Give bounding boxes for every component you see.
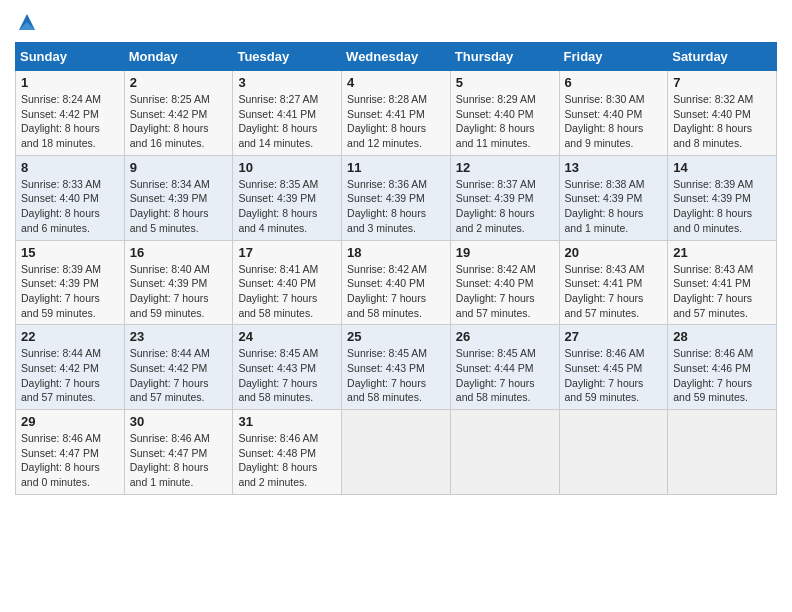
day-info: Sunrise: 8:39 AMSunset: 4:39 PMDaylight:… [21,262,119,321]
week-row-1: 8Sunrise: 8:33 AMSunset: 4:40 PMDaylight… [16,155,777,240]
day-info: Sunrise: 8:42 AMSunset: 4:40 PMDaylight:… [347,262,445,321]
day-cell: 15Sunrise: 8:39 AMSunset: 4:39 PMDayligh… [16,240,125,325]
day-number: 7 [673,75,771,90]
day-cell: 24Sunrise: 8:45 AMSunset: 4:43 PMDayligh… [233,325,342,410]
col-friday: Friday [559,43,668,71]
day-cell: 23Sunrise: 8:44 AMSunset: 4:42 PMDayligh… [124,325,233,410]
day-cell [450,410,559,495]
day-number: 12 [456,160,554,175]
day-number: 3 [238,75,336,90]
day-info: Sunrise: 8:33 AMSunset: 4:40 PMDaylight:… [21,177,119,236]
day-cell: 30Sunrise: 8:46 AMSunset: 4:47 PMDayligh… [124,410,233,495]
day-number: 9 [130,160,228,175]
day-cell: 31Sunrise: 8:46 AMSunset: 4:48 PMDayligh… [233,410,342,495]
day-info: Sunrise: 8:46 AMSunset: 4:45 PMDaylight:… [565,346,663,405]
day-info: Sunrise: 8:46 AMSunset: 4:48 PMDaylight:… [238,431,336,490]
day-cell: 22Sunrise: 8:44 AMSunset: 4:42 PMDayligh… [16,325,125,410]
header-row: Sunday Monday Tuesday Wednesday Thursday… [16,43,777,71]
day-number: 25 [347,329,445,344]
day-number: 26 [456,329,554,344]
day-number: 11 [347,160,445,175]
day-info: Sunrise: 8:37 AMSunset: 4:39 PMDaylight:… [456,177,554,236]
day-cell: 8Sunrise: 8:33 AMSunset: 4:40 PMDaylight… [16,155,125,240]
day-cell: 11Sunrise: 8:36 AMSunset: 4:39 PMDayligh… [342,155,451,240]
day-info: Sunrise: 8:38 AMSunset: 4:39 PMDaylight:… [565,177,663,236]
day-info: Sunrise: 8:45 AMSunset: 4:44 PMDaylight:… [456,346,554,405]
day-info: Sunrise: 8:46 AMSunset: 4:47 PMDaylight:… [130,431,228,490]
day-cell: 18Sunrise: 8:42 AMSunset: 4:40 PMDayligh… [342,240,451,325]
week-row-3: 22Sunrise: 8:44 AMSunset: 4:42 PMDayligh… [16,325,777,410]
day-cell: 9Sunrise: 8:34 AMSunset: 4:39 PMDaylight… [124,155,233,240]
day-info: Sunrise: 8:40 AMSunset: 4:39 PMDaylight:… [130,262,228,321]
day-number: 2 [130,75,228,90]
day-cell: 6Sunrise: 8:30 AMSunset: 4:40 PMDaylight… [559,71,668,156]
header [15,10,777,34]
day-cell: 16Sunrise: 8:40 AMSunset: 4:39 PMDayligh… [124,240,233,325]
col-wednesday: Wednesday [342,43,451,71]
week-row-0: 1Sunrise: 8:24 AMSunset: 4:42 PMDaylight… [16,71,777,156]
day-cell: 20Sunrise: 8:43 AMSunset: 4:41 PMDayligh… [559,240,668,325]
day-info: Sunrise: 8:39 AMSunset: 4:39 PMDaylight:… [673,177,771,236]
day-info: Sunrise: 8:45 AMSunset: 4:43 PMDaylight:… [238,346,336,405]
day-info: Sunrise: 8:44 AMSunset: 4:42 PMDaylight:… [130,346,228,405]
day-cell: 26Sunrise: 8:45 AMSunset: 4:44 PMDayligh… [450,325,559,410]
day-number: 15 [21,245,119,260]
day-number: 14 [673,160,771,175]
col-thursday: Thursday [450,43,559,71]
day-info: Sunrise: 8:44 AMSunset: 4:42 PMDaylight:… [21,346,119,405]
day-number: 10 [238,160,336,175]
day-cell: 3Sunrise: 8:27 AMSunset: 4:41 PMDaylight… [233,71,342,156]
day-cell: 12Sunrise: 8:37 AMSunset: 4:39 PMDayligh… [450,155,559,240]
day-info: Sunrise: 8:29 AMSunset: 4:40 PMDaylight:… [456,92,554,151]
day-number: 24 [238,329,336,344]
day-info: Sunrise: 8:34 AMSunset: 4:39 PMDaylight:… [130,177,228,236]
day-number: 21 [673,245,771,260]
day-number: 28 [673,329,771,344]
calendar-table: Sunday Monday Tuesday Wednesday Thursday… [15,42,777,495]
day-number: 1 [21,75,119,90]
day-number: 18 [347,245,445,260]
main-container: Sunday Monday Tuesday Wednesday Thursday… [0,0,792,505]
day-number: 13 [565,160,663,175]
day-cell: 5Sunrise: 8:29 AMSunset: 4:40 PMDaylight… [450,71,559,156]
col-monday: Monday [124,43,233,71]
day-number: 19 [456,245,554,260]
day-cell: 2Sunrise: 8:25 AMSunset: 4:42 PMDaylight… [124,71,233,156]
day-cell: 1Sunrise: 8:24 AMSunset: 4:42 PMDaylight… [16,71,125,156]
day-number: 8 [21,160,119,175]
day-info: Sunrise: 8:42 AMSunset: 4:40 PMDaylight:… [456,262,554,321]
day-number: 16 [130,245,228,260]
day-info: Sunrise: 8:43 AMSunset: 4:41 PMDaylight:… [565,262,663,321]
day-info: Sunrise: 8:35 AMSunset: 4:39 PMDaylight:… [238,177,336,236]
logo [15,10,41,34]
day-info: Sunrise: 8:28 AMSunset: 4:41 PMDaylight:… [347,92,445,151]
day-number: 29 [21,414,119,429]
day-cell [342,410,451,495]
day-cell: 19Sunrise: 8:42 AMSunset: 4:40 PMDayligh… [450,240,559,325]
day-number: 6 [565,75,663,90]
day-cell: 17Sunrise: 8:41 AMSunset: 4:40 PMDayligh… [233,240,342,325]
day-info: Sunrise: 8:27 AMSunset: 4:41 PMDaylight:… [238,92,336,151]
day-info: Sunrise: 8:32 AMSunset: 4:40 PMDaylight:… [673,92,771,151]
week-row-2: 15Sunrise: 8:39 AMSunset: 4:39 PMDayligh… [16,240,777,325]
day-cell: 7Sunrise: 8:32 AMSunset: 4:40 PMDaylight… [668,71,777,156]
day-info: Sunrise: 8:30 AMSunset: 4:40 PMDaylight:… [565,92,663,151]
day-cell: 25Sunrise: 8:45 AMSunset: 4:43 PMDayligh… [342,325,451,410]
week-row-4: 29Sunrise: 8:46 AMSunset: 4:47 PMDayligh… [16,410,777,495]
col-sunday: Sunday [16,43,125,71]
day-cell: 29Sunrise: 8:46 AMSunset: 4:47 PMDayligh… [16,410,125,495]
day-info: Sunrise: 8:36 AMSunset: 4:39 PMDaylight:… [347,177,445,236]
day-number: 23 [130,329,228,344]
day-cell: 10Sunrise: 8:35 AMSunset: 4:39 PMDayligh… [233,155,342,240]
day-number: 30 [130,414,228,429]
day-cell: 14Sunrise: 8:39 AMSunset: 4:39 PMDayligh… [668,155,777,240]
day-info: Sunrise: 8:43 AMSunset: 4:41 PMDaylight:… [673,262,771,321]
day-cell [559,410,668,495]
day-cell [668,410,777,495]
day-cell: 4Sunrise: 8:28 AMSunset: 4:41 PMDaylight… [342,71,451,156]
day-number: 22 [21,329,119,344]
day-number: 20 [565,245,663,260]
day-cell: 13Sunrise: 8:38 AMSunset: 4:39 PMDayligh… [559,155,668,240]
day-info: Sunrise: 8:24 AMSunset: 4:42 PMDaylight:… [21,92,119,151]
day-number: 4 [347,75,445,90]
